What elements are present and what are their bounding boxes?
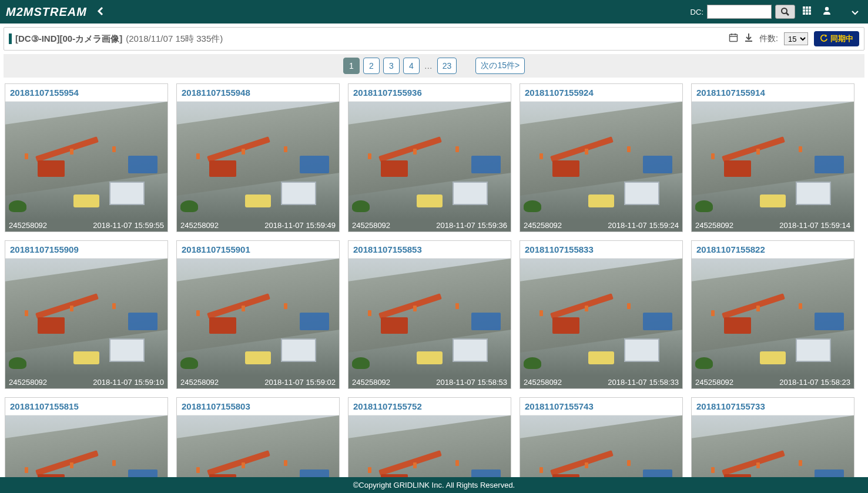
card-title: 20181107155954 [5, 84, 167, 102]
card-footer: 2452580922018-11-07 15:58:33 [520, 376, 682, 388]
card-title: 20181107155909 [5, 241, 167, 259]
card-timestamp: 2018-11-07 15:59:10 [93, 378, 164, 387]
page-meta: (2018/11/07 15時 335件) [126, 33, 223, 45]
calendar-icon[interactable] [729, 33, 738, 45]
page-2[interactable]: 2 [363, 58, 380, 74]
page-4[interactable]: 4 [403, 58, 420, 74]
sub-header-actions: 件数: 15 同期中 [729, 31, 859, 46]
svg-line-1 [786, 13, 789, 15]
svg-rect-10 [809, 12, 811, 15]
card-thumbnail [348, 259, 511, 376]
card-thumbnail [177, 102, 339, 219]
chevron-left-icon [96, 6, 105, 16]
card-thumbnail [520, 102, 682, 219]
card-timestamp: 2018-11-07 15:58:53 [436, 378, 507, 387]
card-id: 245258092 [352, 378, 390, 387]
card-id: 245258092 [524, 221, 562, 230]
page-title: [DC③-IND][00-カメラ画像] [15, 33, 122, 45]
card-id: 245258092 [180, 378, 219, 387]
card-timestamp: 2018-11-07 15:59:02 [264, 378, 336, 387]
page-1[interactable]: 1 [343, 58, 360, 74]
card-title: 20181107155833 [520, 241, 682, 259]
card-id: 245258092 [695, 221, 733, 230]
accent-bar [9, 33, 12, 44]
image-card[interactable]: 201811071559542452580922018-11-07 15:59:… [5, 83, 168, 232]
svg-rect-3 [806, 6, 808, 9]
svg-rect-5 [803, 9, 805, 12]
caret-down-icon[interactable] [848, 6, 862, 18]
dc-input[interactable] [707, 5, 772, 19]
card-thumbnail [177, 259, 339, 376]
card-title: 20181107155752 [348, 398, 511, 415]
card-title: 20181107155853 [348, 241, 511, 259]
card-footer: 2452580922018-11-07 15:58:23 [692, 376, 854, 388]
image-card[interactable]: 201811071559092452580922018-11-07 15:59:… [5, 240, 168, 389]
search-icon [780, 7, 790, 16]
download-icon[interactable] [744, 33, 753, 45]
card-timestamp: 2018-11-07 15:59:36 [436, 221, 507, 230]
back-button[interactable] [93, 5, 108, 19]
image-card[interactable]: 201811071559482452580922018-11-07 15:59:… [176, 83, 340, 232]
card-timestamp: 2018-11-07 15:58:33 [608, 378, 679, 387]
count-select[interactable]: 15 [784, 32, 808, 45]
card-timestamp: 2018-11-07 15:59:14 [779, 221, 850, 230]
image-card[interactable]: 201811071559012452580922018-11-07 15:59:… [176, 240, 340, 389]
card-title: 20181107155743 [520, 398, 682, 415]
svg-rect-8 [803, 12, 805, 15]
card-title: 20181107155733 [692, 398, 854, 415]
header-right: DC: [691, 5, 862, 19]
card-id: 245258092 [9, 221, 47, 230]
grid-view-icon[interactable] [799, 6, 815, 18]
card-thumbnail [692, 102, 854, 219]
card-footer: 2452580922018-11-07 15:59:49 [177, 219, 339, 232]
card-title: 20181107155936 [348, 84, 511, 102]
image-card[interactable]: 201811071559142452580922018-11-07 15:59:… [691, 83, 854, 232]
card-footer: 2452580922018-11-07 15:59:24 [520, 219, 682, 232]
image-card[interactable]: 201811071558222452580922018-11-07 15:58:… [691, 240, 854, 389]
svg-rect-9 [806, 12, 808, 15]
card-id: 245258092 [352, 221, 390, 230]
search-button[interactable] [775, 5, 795, 19]
card-id: 245258092 [9, 378, 47, 387]
pagination: 1234 … 23 次の15件> [4, 54, 864, 78]
next-page-button[interactable]: 次の15件> [475, 58, 525, 74]
card-thumbnail [692, 259, 854, 376]
page-3[interactable]: 3 [383, 58, 400, 74]
card-id: 245258092 [524, 378, 562, 387]
card-timestamp: 2018-11-07 15:59:49 [264, 221, 336, 230]
app-header: M2MSTREAM DC: [0, 0, 868, 24]
card-timestamp: 2018-11-07 15:59:55 [93, 221, 164, 230]
user-icon[interactable] [819, 6, 835, 18]
card-title: 20181107155914 [692, 84, 854, 102]
svg-point-11 [825, 6, 829, 10]
card-title: 20181107155901 [177, 241, 339, 259]
card-footer: 2452580922018-11-07 15:59:55 [5, 219, 167, 232]
card-footer: 2452580922018-11-07 15:59:10 [5, 376, 167, 388]
image-card[interactable]: 201811071558532452580922018-11-07 15:58:… [348, 240, 511, 389]
card-thumbnail [5, 102, 167, 219]
card-footer: 2452580922018-11-07 15:58:53 [348, 376, 511, 388]
card-footer: 2452580922018-11-07 15:59:36 [348, 219, 511, 232]
sync-label: 同期中 [830, 33, 853, 44]
svg-rect-2 [803, 6, 805, 9]
pagination-ellipsis: … [423, 61, 434, 71]
count-label: 件数: [759, 33, 778, 44]
app-logo: M2MSTREAM [6, 5, 87, 19]
card-footer: 2452580922018-11-07 15:59:02 [177, 376, 339, 388]
page-last[interactable]: 23 [437, 58, 457, 74]
card-timestamp: 2018-11-07 15:59:24 [608, 221, 679, 230]
svg-rect-4 [809, 6, 811, 9]
card-title: 20181107155822 [692, 241, 854, 259]
svg-rect-12 [730, 35, 738, 42]
image-card[interactable]: 201811071559362452580922018-11-07 15:59:… [348, 83, 511, 232]
sub-header: [DC③-IND][00-カメラ画像] (2018/11/07 15時 335件… [4, 27, 864, 51]
image-card[interactable]: 201811071558332452580922018-11-07 15:58:… [520, 240, 683, 389]
card-title: 20181107155815 [5, 398, 167, 415]
card-id: 245258092 [695, 378, 733, 387]
card-title: 20181107155803 [177, 398, 339, 415]
svg-rect-7 [809, 9, 811, 12]
card-id: 245258092 [180, 221, 219, 230]
card-thumbnail [348, 102, 511, 219]
image-card[interactable]: 201811071559242452580922018-11-07 15:59:… [520, 83, 683, 232]
sync-button[interactable]: 同期中 [814, 31, 859, 46]
